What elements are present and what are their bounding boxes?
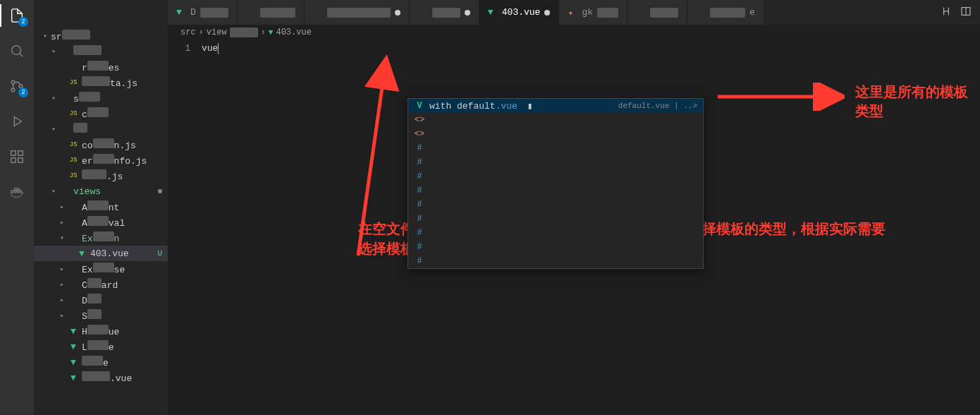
line-number: 1 — [168, 43, 202, 56]
vue-file-icon: ▼ — [488, 7, 498, 18]
suggest-kind-icon: # — [414, 186, 425, 196]
breadcrumb[interactable]: src› view› ▼ 403.vue — [168, 25, 980, 40]
scm-badge: 2 — [18, 88, 28, 97]
tree-item[interactable]: ▼403.vueU — [34, 246, 168, 261]
svg-point-2 — [11, 88, 15, 92]
js-file-icon: JS — [68, 79, 79, 86]
svg-point-1 — [11, 80, 15, 84]
suggest-item[interactable]: #</span><span> less-scoped</span><span c… — [408, 169, 703, 184]
svg-rect-4 — [11, 151, 16, 155]
debug-icon[interactable] — [7, 112, 27, 131]
text-cursor — [218, 43, 219, 54]
js-file-icon: JS — [68, 172, 79, 179]
tree-item[interactable]: res — [34, 59, 168, 75]
suggest-kind-icon: # — [414, 214, 425, 224]
suggest-kind-icon: <> — [414, 115, 425, 125]
search-icon[interactable] — [7, 41, 27, 61]
svg-point-0 — [12, 46, 21, 55]
tree-item[interactable]: ▸S — [34, 308, 168, 323]
vue-file-icon: ▼ — [68, 357, 79, 368]
vue-file-icon: ▼ — [68, 342, 79, 352]
suggest-item[interactable]: #</span><span> less</span><span class="k… — [408, 184, 703, 198]
suggest-item[interactable]: <> — [408, 127, 703, 141]
js-file-icon: JS — [68, 110, 79, 117]
editor-tab[interactable]: ✦gk — [559, 0, 627, 25]
suggest-kind-icon: # — [414, 172, 425, 181]
tree-item[interactable]: JS.js — [34, 168, 168, 184]
suggest-item[interactable]: <> — [408, 113, 703, 127]
suggest-kind-icon: # — [414, 256, 425, 266]
explorer-icon[interactable]: 2 — [7, 6, 27, 25]
tree-item[interactable]: ▸Exse — [34, 261, 168, 277]
scm-icon[interactable]: 2 — [7, 76, 27, 96]
dirty-indicator-icon — [395, 10, 400, 16]
editor-main: ··· ▼D▼403.vue✦gke src› view› ▼ 403.vue … — [168, 0, 980, 415]
activity-bar: 2 2 — [0, 0, 34, 415]
tree-item[interactable]: ▾Exn — [34, 230, 168, 246]
tree-item[interactable]: JSta.js — [34, 75, 168, 90]
editor-tab[interactable]: ▼403.vue — [479, 0, 560, 25]
tree-item[interactable]: ▼e — [34, 354, 168, 370]
suggest-kind-icon: <> — [414, 129, 425, 139]
editor-tab[interactable]: e — [687, 0, 764, 25]
git-file-icon: ✦ — [568, 7, 577, 18]
suggest-kind-icon: # — [414, 157, 425, 167]
suggest-item[interactable]: #</span><span> sass</span><span class="k… — [408, 240, 703, 254]
tree-item[interactable]: ▸D — [34, 292, 168, 308]
suggest-kind-icon: V — [414, 101, 425, 111]
split-editor-icon[interactable] — [960, 6, 972, 20]
editor-tab[interactable] — [305, 0, 410, 25]
suggest-kind-icon: # — [414, 200, 425, 210]
svg-rect-5 — [18, 151, 23, 155]
intellisense-popup[interactable]: V with default.vue ▮default.vue | ..><><… — [408, 98, 704, 269]
dirty-indicator-icon — [544, 10, 550, 16]
tree-item[interactable]: ▾ — [34, 121, 168, 137]
editor-tab[interactable] — [238, 0, 305, 25]
tree-item[interactable]: ▼Le — [34, 339, 168, 354]
suggest-kind-icon: # — [414, 242, 425, 252]
tree-item[interactable]: JScon.js — [34, 137, 168, 152]
tree-item[interactable]: ▸Card — [34, 277, 168, 292]
vue-file-icon: ▼ — [68, 373, 79, 383]
tree-item[interactable]: JSernfo.js — [34, 152, 168, 168]
annotation-right: 这里是所有的模板类型 — [855, 83, 980, 121]
tree-item[interactable]: ▾views — [34, 184, 168, 199]
tree-item[interactable]: ▼.vue — [34, 370, 168, 385]
js-file-icon: JS — [68, 141, 79, 148]
extensions-icon[interactable] — [7, 147, 27, 167]
svg-rect-6 — [11, 158, 16, 162]
tree-item[interactable]: ▾ — [34, 44, 168, 59]
suggest-item[interactable]: #</span><span> scss-scoped</span><span c… — [408, 254, 703, 268]
tree-item[interactable]: ▼Hue — [34, 323, 168, 339]
tree-item[interactable]: ▾s — [34, 90, 168, 106]
svg-rect-7 — [18, 158, 23, 162]
suggest-item[interactable]: #</span><span> css</span><span class="kw… — [408, 155, 703, 169]
suggest-item[interactable]: #</span><span> sass-scoped</span><span c… — [408, 226, 703, 240]
tab-bar: ▼D▼403.vue✦gke — [168, 0, 980, 25]
tree-item[interactable]: ▸Aval — [34, 215, 168, 230]
sidebar: ▾ sr ▾resJSta.js▾sJSc▾JScon.jsJSernfo.js… — [34, 0, 168, 415]
tree-root[interactable]: ▾ sr — [34, 28, 168, 44]
editor-tab[interactable] — [410, 0, 479, 25]
editor-tab[interactable]: ▼D — [168, 0, 238, 25]
tree-item[interactable]: JSc — [34, 106, 168, 121]
suggest-kind-icon: # — [414, 228, 425, 238]
explorer-badge: 2 — [18, 17, 28, 27]
tree-item[interactable]: ▸Ant — [34, 199, 168, 215]
vue-file-icon: ▼ — [68, 326, 79, 337]
suggest-item[interactable]: #</span><span> postcss</span><span class… — [408, 212, 703, 226]
code-editor[interactable]: 1 vue V with default.vue ▮default.vue | … — [168, 40, 980, 415]
vue-file-icon: ▼ — [176, 7, 186, 18]
js-file-icon: JS — [68, 157, 79, 164]
docker-icon[interactable] — [7, 182, 27, 202]
vue-file-icon: ▼ — [76, 248, 87, 259]
suggest-kind-icon: # — [414, 143, 425, 153]
suggest-item[interactable]: V with default.vue ▮default.vue | ..> — [408, 99, 703, 113]
editor-tab[interactable] — [627, 0, 687, 25]
suggest-item[interactable]: #</span><span> postcss-scoped</span><spa… — [408, 198, 703, 212]
compare-changes-icon[interactable] — [941, 6, 952, 20]
dirty-indicator-icon — [465, 10, 470, 16]
suggest-item[interactable]: #</span><span> css-scoped</span><span cl… — [408, 141, 703, 155]
